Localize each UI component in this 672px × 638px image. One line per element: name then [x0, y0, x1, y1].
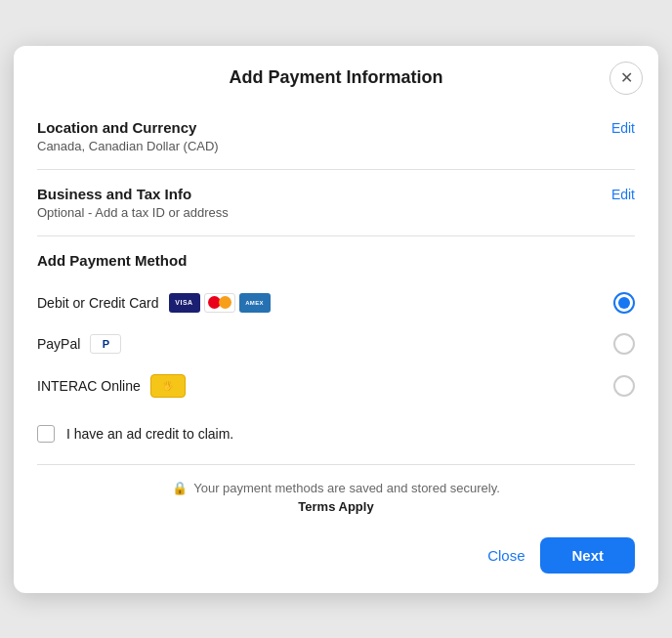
payment-method-section: Add Payment Method Debit or Credit Card …	[37, 236, 635, 464]
secure-info-row: 🔒 Your payment methods are saved and sto…	[37, 464, 635, 524]
amex-icon: AMEX	[239, 293, 271, 313]
card-radio-button[interactable]	[613, 292, 635, 314]
secure-text: Your payment methods are saved and store…	[193, 481, 500, 495]
business-section-subtitle: Optional - Add a tax ID or address	[37, 205, 229, 220]
modal-title: Add Payment Information	[229, 67, 442, 88]
location-section-row: Location and Currency Canada, Canadian D…	[37, 119, 635, 153]
payment-method-title: Add Payment Method	[37, 252, 635, 269]
business-tax-section: Business and Tax Info Optional - Add a t…	[37, 170, 635, 236]
add-payment-modal: Add Payment Information ✕ Location and C…	[14, 46, 658, 593]
location-section-title: Location and Currency	[37, 119, 219, 136]
modal-close-x-button[interactable]: ✕	[609, 62, 643, 95]
ad-credit-label: I have an ad credit to claim.	[66, 426, 233, 442]
modal-footer: Close Next	[14, 524, 658, 593]
ad-credit-row[interactable]: I have an ad credit to claim.	[37, 407, 635, 456]
paypal-radio-button[interactable]	[613, 333, 635, 355]
footer-next-button[interactable]: Next	[540, 537, 635, 574]
payment-option-card[interactable]: Debit or Credit Card VISA AMEX	[37, 282, 635, 323]
visa-icon: VISA	[169, 293, 200, 313]
interac-radio-button[interactable]	[613, 375, 635, 397]
location-section-subtitle: Canada, Canadian Dollar (CAD)	[37, 139, 219, 153]
card-payment-label: Debit or Credit Card	[37, 295, 159, 311]
paypal-payment-label: PayPal	[37, 336, 80, 352]
terms-apply-link[interactable]: Terms Apply	[298, 499, 373, 514]
card-icons-group: VISA AMEX	[169, 293, 271, 313]
mastercard-icon	[204, 293, 235, 313]
payment-option-paypal-left: PayPal P	[37, 334, 121, 354]
location-currency-section: Location and Currency Canada, Canadian D…	[37, 104, 635, 170]
close-x-icon: ✕	[620, 68, 633, 87]
payment-option-interac[interactable]: INTERAC Online 🖐	[37, 364, 635, 407]
secure-text-row: 🔒 Your payment methods are saved and sto…	[172, 481, 500, 495]
business-text-group: Business and Tax Info Optional - Add a t…	[37, 186, 229, 220]
location-text-group: Location and Currency Canada, Canadian D…	[37, 119, 219, 153]
business-edit-link[interactable]: Edit	[611, 186, 635, 202]
interac-payment-label: INTERAC Online	[37, 378, 141, 394]
interac-icon: 🖐	[150, 374, 186, 398]
modal-body: Location and Currency Canada, Canadian D…	[14, 104, 658, 524]
location-edit-link[interactable]: Edit	[611, 119, 635, 136]
ad-credit-checkbox[interactable]	[37, 425, 55, 443]
payment-option-interac-left: INTERAC Online 🖐	[37, 374, 186, 398]
lock-icon: 🔒	[172, 481, 188, 495]
payment-option-paypal[interactable]: PayPal P	[37, 323, 635, 364]
modal-header: Add Payment Information ✕	[14, 46, 658, 104]
footer-close-button[interactable]: Close	[487, 547, 525, 564]
business-section-title: Business and Tax Info	[37, 186, 229, 202]
business-section-row: Business and Tax Info Optional - Add a t…	[37, 186, 635, 220]
card-radio-inner	[618, 297, 630, 309]
paypal-icon: P	[90, 334, 121, 354]
payment-option-card-left: Debit or Credit Card VISA AMEX	[37, 293, 271, 313]
